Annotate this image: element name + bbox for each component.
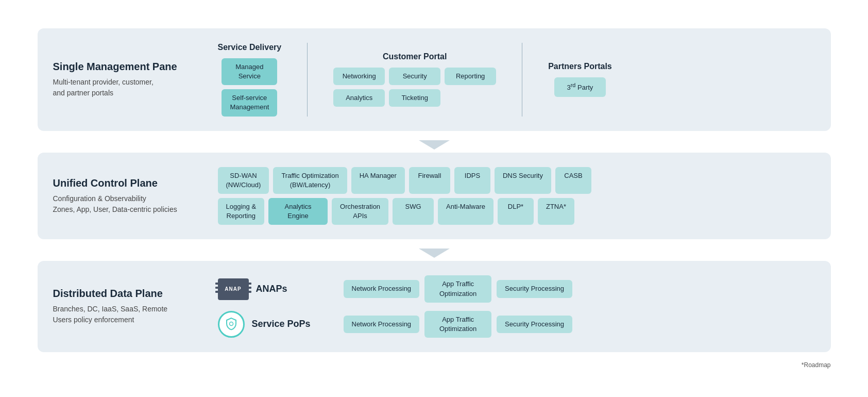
ticketing-card: Ticketing: [389, 89, 440, 107]
control-plane-label: Unified Control Plane Configuration & Ob…: [53, 177, 197, 215]
customer-portal-title: Customer Portal: [383, 52, 447, 61]
firewall-card: Firewall: [409, 167, 450, 194]
idps-card: IDPS: [454, 167, 490, 194]
casb-card: CASB: [555, 167, 591, 194]
service-pops-badges: Network Processing App TrafficOptimizati…: [344, 311, 573, 338]
service-pops-row: Service PoPs Network Processing App Traf…: [218, 311, 815, 338]
data-plane-label: Distributed Data Plane Branches, DC, Iaa…: [53, 288, 197, 325]
security-card: Security: [389, 68, 440, 85]
customer-portal-group: Customer Portal Networking Security Repo…: [333, 52, 496, 107]
anaps-network-processing: Network Processing: [344, 280, 420, 297]
self-service-card: Self-serviceManagement: [222, 89, 277, 116]
partners-portals-group: Partners Portals 3rd Party: [548, 62, 612, 97]
management-pane-desc: Multi-tenant provider, customer,and part…: [53, 77, 197, 98]
analytics-card: Analytics: [333, 89, 385, 107]
traffic-opt-card: Traffic Optimization(BW/Latency): [273, 167, 347, 194]
networking-card: Networking: [333, 68, 385, 85]
analytics-engine-card: AnalyticsEngine: [268, 198, 328, 225]
third-party-card: 3rd Party: [554, 77, 606, 97]
control-plane-desc: Configuration & ObservabilityZones, App,…: [53, 193, 197, 215]
data-plane-content: ANAP ANAPs Network Processing App Traffi…: [218, 275, 815, 338]
footnote: *Roadmap: [38, 361, 831, 369]
control-plane-title: Unified Control Plane: [53, 177, 197, 189]
chevron-icon-2: [419, 249, 450, 258]
control-plane-row2: Logging &Reporting AnalyticsEngine Orche…: [218, 198, 815, 225]
orchestration-apis-card: OrchestrationAPIs: [332, 198, 388, 225]
diagram-wrapper: Single Management Pane Multi-tenant prov…: [27, 18, 841, 379]
service-delivery-group: Service Delivery ManagedService Self-ser…: [218, 43, 282, 117]
control-plane-section: Unified Control Plane Configuration & Ob…: [38, 153, 831, 240]
control-plane-cards: SD-WAN(NW/Cloud) Traffic Optimization(BW…: [218, 167, 815, 225]
service-pops-title: Service PoPs: [252, 319, 311, 329]
pops-network-processing: Network Processing: [344, 316, 420, 333]
management-pane-section: Single Management Pane Multi-tenant prov…: [38, 28, 831, 131]
shield-icon: [225, 317, 237, 332]
anaps-security-processing: Security Processing: [497, 280, 572, 297]
anap-icon: ANAP: [218, 278, 249, 300]
anaps-row: ANAP ANAPs Network Processing App Traffi…: [218, 275, 815, 302]
reporting-card: Reporting: [445, 68, 496, 85]
logging-reporting-card: Logging &Reporting: [218, 198, 265, 225]
partners-portals-title: Partners Portals: [548, 62, 612, 71]
anaps-app-traffic-opt: App TrafficOptimization: [424, 275, 491, 302]
service-delivery-title: Service Delivery: [218, 43, 282, 52]
dlp-card: DLP*: [498, 198, 534, 225]
management-pane-label: Single Management Pane Multi-tenant prov…: [53, 61, 197, 98]
pops-app-traffic-opt: App TrafficOptimization: [424, 311, 491, 338]
customer-portal-cards: Networking Security Reporting Analytics …: [333, 68, 496, 107]
swg-card: SWG: [393, 198, 434, 225]
sdwan-card: SD-WAN(NW/Cloud): [218, 167, 269, 194]
chevron-1: [38, 140, 831, 150]
chevron-2: [38, 249, 831, 258]
svg-point-0: [229, 322, 233, 325]
service-pops-icon-label: Service PoPs: [218, 311, 331, 338]
pops-security-processing: Security Processing: [497, 316, 572, 333]
divider-2: [522, 43, 522, 117]
service-pops-icon: [218, 311, 245, 338]
data-plane-section: Distributed Data Plane Branches, DC, Iaa…: [38, 261, 831, 352]
data-plane-desc: Branches, DC, IaaS, SaaS, RemoteUsers po…: [53, 304, 197, 325]
data-plane-title: Distributed Data Plane: [53, 288, 197, 300]
managed-service-card: ManagedService: [222, 58, 277, 85]
anap-label: ANAP: [225, 286, 241, 292]
anaps-icon-label: ANAP ANAPs: [218, 278, 331, 300]
ha-manager-card: HA Manager: [351, 167, 405, 194]
dns-security-card: DNS Security: [495, 167, 551, 194]
divider-1: [307, 43, 308, 117]
anaps-title: ANAPs: [256, 284, 287, 294]
chevron-icon-1: [419, 140, 450, 150]
anti-malware-card: Anti-Malware: [438, 198, 493, 225]
management-pane-title: Single Management Pane: [53, 61, 197, 73]
partners-portals-cards: 3rd Party: [554, 77, 606, 97]
control-plane-row1: SD-WAN(NW/Cloud) Traffic Optimization(BW…: [218, 167, 815, 194]
service-delivery-cards: ManagedService Self-serviceManagement: [222, 58, 277, 117]
anaps-badges: Network Processing App TrafficOptimizati…: [344, 275, 573, 302]
ztna-card: ZTNA*: [538, 198, 574, 225]
